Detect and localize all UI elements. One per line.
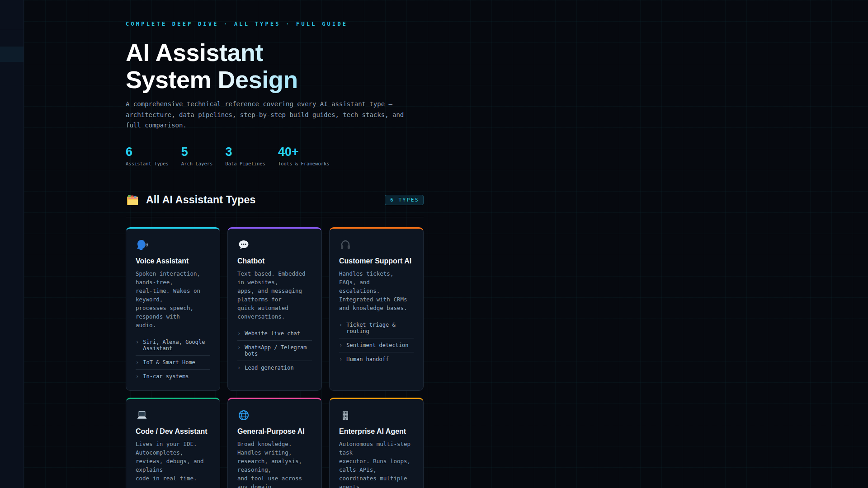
card-title: General-Purpose AI	[237, 427, 312, 436]
chevron-icon: ›	[136, 339, 139, 345]
list-item-text: Ticket triage & routing	[346, 322, 414, 334]
stat-label: Arch Layers	[181, 161, 213, 166]
list-item: ›In-car systems	[136, 370, 210, 380]
chevron-icon: ›	[237, 344, 241, 351]
types-count-badge: 6 TYPES	[385, 195, 424, 205]
card-voice-assistant[interactable]: Voice Assistant Spoken interaction, hand…	[126, 227, 220, 391]
list-item-text: IoT & Smart Home	[143, 359, 195, 366]
headphones-icon	[339, 239, 414, 251]
card-description: Text-based. Embedded in websites, apps, …	[237, 269, 312, 321]
card-description: Spoken interaction, hands-free, real-tim…	[136, 269, 210, 329]
laptop-icon	[136, 409, 210, 422]
sidebar-nav-item-active[interactable]	[0, 47, 24, 62]
stat-value: 40+	[278, 145, 330, 159]
stat-value: 3	[225, 145, 265, 159]
chevron-icon: ›	[339, 356, 342, 362]
stat-data-pipelines: 3 Data Pipelines	[225, 145, 265, 166]
page-title: AI Assistant System Design	[126, 39, 298, 93]
card-description: Handles tickets, FAQs, and escalations. …	[339, 269, 414, 312]
chevron-icon: ›	[339, 322, 342, 328]
chevron-icon: ›	[339, 342, 342, 348]
list-item: ›Ticket triage & routing	[339, 318, 414, 338]
card-chatbot[interactable]: Chatbot Text-based. Embedded in websites…	[227, 227, 322, 391]
card-description: Lives in your IDE. Autocompletes, review…	[136, 440, 210, 483]
list-item: ›Siri, Alexa, Google Assistant	[136, 335, 210, 356]
list-item: ›WhatsApp / Telegram bots	[237, 341, 312, 361]
chevron-icon: ›	[136, 373, 139, 380]
stat-label: Assistant Types	[126, 161, 169, 166]
speaking-head-icon	[136, 239, 210, 251]
list-item: ›Human handoff	[339, 352, 414, 363]
list-item-text: In-car systems	[143, 373, 189, 380]
content-column: COMPLETE DEEP DIVE · ALL TYPES · FULL GU…	[24, 0, 424, 488]
chevron-icon: ›	[136, 359, 139, 366]
list-item: ›Lead generation	[237, 361, 312, 372]
sidebar-logo-area	[0, 0, 24, 30]
list-item: ›Website live chat	[237, 327, 312, 341]
eyebrow-text: COMPLETE DEEP DIVE · ALL TYPES · FULL GU…	[126, 21, 424, 28]
card-code-dev-assistant[interactable]: Code / Dev Assistant Lives in your IDE. …	[126, 398, 220, 488]
card-title: Voice Assistant	[136, 257, 210, 265]
list-item-text: Sentiment detection	[346, 342, 408, 348]
card-index-dividers-icon	[126, 193, 139, 207]
section-header: All AI Assistant Types 6 TYPES	[126, 193, 424, 207]
chevron-icon: ›	[237, 365, 241, 371]
list-item-text: Human handoff	[346, 356, 389, 362]
stats-row: 6 Assistant Types 5 Arch Layers 3 Data P…	[126, 145, 424, 166]
card-title: Enterprise AI Agent	[339, 427, 414, 436]
speech-balloon-icon	[237, 239, 312, 251]
card-feature-list: ›Website live chat ›WhatsApp / Telegram …	[237, 327, 312, 372]
card-feature-list: ›Ticket triage & routing ›Sentiment dete…	[339, 318, 414, 363]
list-item-text: WhatsApp / Telegram bots	[245, 344, 312, 357]
card-general-purpose-ai[interactable]: General-Purpose AI Broad knowledge. Hand…	[227, 398, 322, 488]
card-description: Broad knowledge. Handles writing, resear…	[237, 440, 312, 488]
stat-tools-frameworks: 40+ Tools & Frameworks	[278, 145, 330, 166]
card-title: Code / Dev Assistant	[136, 427, 210, 436]
list-item-text: Siri, Alexa, Google Assistant	[143, 339, 210, 352]
list-item-text: Lead generation	[245, 365, 293, 371]
stat-label: Tools & Frameworks	[278, 161, 330, 166]
list-item: ›Sentiment detection	[339, 338, 414, 352]
assistant-type-cards: Voice Assistant Spoken interaction, hand…	[126, 227, 424, 488]
stat-label: Data Pipelines	[225, 161, 265, 166]
chevron-icon: ›	[237, 330, 241, 337]
section-title: All AI Assistant Types	[146, 194, 378, 206]
card-title: Chatbot	[237, 257, 312, 265]
globe-with-meridians-icon	[237, 409, 312, 422]
list-item: ›IoT & Smart Home	[136, 356, 210, 370]
stat-arch-layers: 5 Arch Layers	[181, 145, 213, 166]
card-enterprise-ai-agent[interactable]: Enterprise AI Agent Autonomous multi-ste…	[329, 398, 424, 488]
stat-value: 5	[181, 145, 213, 159]
page: COMPLETE DEEP DIVE · ALL TYPES · FULL GU…	[0, 0, 868, 488]
section-divider	[126, 217, 424, 217]
sidebar	[0, 0, 24, 488]
stat-value: 6	[126, 145, 169, 159]
office-building-icon	[339, 409, 414, 422]
assistant-types-section: All AI Assistant Types 6 TYPES	[126, 193, 424, 488]
card-customer-support-ai[interactable]: Customer Support AI Handles tickets, FAQ…	[329, 227, 424, 391]
stat-assistant-types: 6 Assistant Types	[126, 145, 169, 166]
main-content: COMPLETE DEEP DIVE · ALL TYPES · FULL GU…	[24, 0, 868, 488]
card-title: Customer Support AI	[339, 257, 414, 265]
list-item-text: Website live chat	[245, 330, 300, 337]
page-subtitle: A comprehensive technical reference cove…	[126, 99, 424, 131]
sidebar-nav-item[interactable]	[0, 30, 24, 47]
card-feature-list: ›Siri, Alexa, Google Assistant ›IoT & Sm…	[136, 335, 210, 380]
card-description: Autonomous multi-step task executor. Run…	[339, 440, 414, 488]
